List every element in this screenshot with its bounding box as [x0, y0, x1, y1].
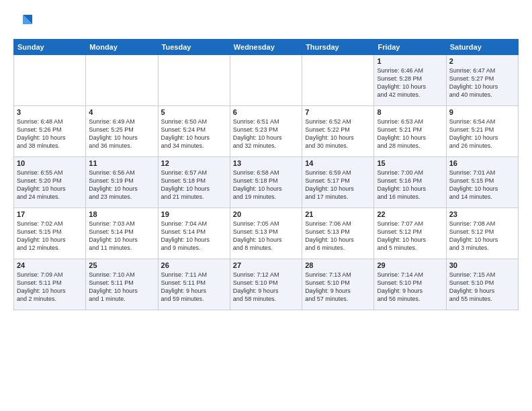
day-number: 10: [17, 159, 83, 167]
day-info: Sunrise: 6:55 AM Sunset: 5:20 PM Dayligh…: [17, 169, 83, 201]
day-info: Sunrise: 7:11 AM Sunset: 5:11 PM Dayligh…: [161, 271, 227, 304]
day-number: 21: [305, 210, 371, 218]
day-info: Sunrise: 6:54 AM Sunset: 5:21 PM Dayligh…: [449, 118, 515, 150]
day-info: Sunrise: 7:02 AM Sunset: 5:15 PM Dayligh…: [17, 220, 83, 253]
day-info: Sunrise: 7:14 AM Sunset: 5:10 PM Dayligh…: [377, 271, 443, 304]
day-header-wednesday: Wednesday: [230, 40, 302, 55]
day-info: Sunrise: 6:52 AM Sunset: 5:22 PM Dayligh…: [305, 118, 371, 150]
day-number: 12: [161, 159, 227, 167]
day-number: 23: [449, 210, 515, 218]
day-number: 24: [17, 261, 83, 269]
day-number: 13: [233, 159, 299, 167]
day-cell: [14, 55, 86, 106]
day-info: Sunrise: 7:03 AM Sunset: 5:14 PM Dayligh…: [89, 220, 154, 253]
day-info: Sunrise: 7:06 AM Sunset: 5:13 PM Dayligh…: [305, 220, 371, 253]
day-number: 19: [161, 210, 227, 218]
day-number: 8: [377, 108, 443, 116]
day-info: Sunrise: 6:47 AM Sunset: 5:27 PM Dayligh…: [449, 66, 515, 99]
day-cell: 29Sunrise: 7:14 AM Sunset: 5:10 PM Dayli…: [374, 259, 446, 310]
day-cell: 23Sunrise: 7:08 AM Sunset: 5:12 PM Dayli…: [446, 208, 518, 259]
day-cell: 19Sunrise: 7:04 AM Sunset: 5:14 PM Dayli…: [158, 208, 230, 259]
week-row-1: 3Sunrise: 6:48 AM Sunset: 5:26 PM Daylig…: [14, 106, 519, 157]
day-cell: 28Sunrise: 7:13 AM Sunset: 5:10 PM Dayli…: [302, 259, 374, 310]
calendar-table: SundayMondayTuesdayWednesdayThursdayFrid…: [13, 39, 519, 310]
day-number: 14: [305, 159, 371, 167]
day-cell: 14Sunrise: 6:59 AM Sunset: 5:17 PM Dayli…: [302, 157, 374, 208]
day-cell: [302, 55, 374, 106]
day-cell: 30Sunrise: 7:15 AM Sunset: 5:10 PM Dayli…: [446, 259, 518, 310]
day-cell: 24Sunrise: 7:09 AM Sunset: 5:11 PM Dayli…: [14, 259, 86, 310]
day-cell: 22Sunrise: 7:07 AM Sunset: 5:12 PM Dayli…: [374, 208, 446, 259]
day-header-monday: Monday: [86, 40, 158, 55]
day-number: 27: [233, 261, 299, 269]
day-info: Sunrise: 6:56 AM Sunset: 5:19 PM Dayligh…: [89, 169, 154, 201]
day-cell: 15Sunrise: 7:00 AM Sunset: 5:16 PM Dayli…: [374, 157, 446, 208]
day-info: Sunrise: 7:08 AM Sunset: 5:12 PM Dayligh…: [449, 220, 515, 253]
day-cell: 13Sunrise: 6:58 AM Sunset: 5:18 PM Dayli…: [230, 157, 302, 208]
day-info: Sunrise: 7:09 AM Sunset: 5:11 PM Dayligh…: [17, 271, 83, 304]
day-info: Sunrise: 7:10 AM Sunset: 5:11 PM Dayligh…: [89, 271, 154, 304]
day-header-tuesday: Tuesday: [158, 40, 230, 55]
day-info: Sunrise: 7:05 AM Sunset: 5:13 PM Dayligh…: [233, 220, 299, 253]
day-info: Sunrise: 7:15 AM Sunset: 5:10 PM Dayligh…: [449, 271, 515, 304]
day-cell: 4Sunrise: 6:49 AM Sunset: 5:25 PM Daylig…: [86, 106, 158, 157]
day-cell: 5Sunrise: 6:50 AM Sunset: 5:24 PM Daylig…: [158, 106, 230, 157]
day-cell: 12Sunrise: 6:57 AM Sunset: 5:18 PM Dayli…: [158, 157, 230, 208]
day-header-saturday: Saturday: [446, 40, 518, 55]
day-cell: 18Sunrise: 7:03 AM Sunset: 5:14 PM Dayli…: [86, 208, 158, 259]
day-info: Sunrise: 7:13 AM Sunset: 5:10 PM Dayligh…: [305, 271, 371, 304]
day-info: Sunrise: 6:50 AM Sunset: 5:24 PM Dayligh…: [161, 118, 227, 150]
day-info: Sunrise: 6:58 AM Sunset: 5:18 PM Dayligh…: [233, 169, 299, 201]
day-header-friday: Friday: [374, 40, 446, 55]
days-header-row: SundayMondayTuesdayWednesdayThursdayFrid…: [14, 40, 519, 55]
day-header-sunday: Sunday: [14, 40, 86, 55]
day-number: 4: [89, 108, 154, 116]
day-number: 5: [161, 108, 227, 116]
day-cell: 20Sunrise: 7:05 AM Sunset: 5:13 PM Dayli…: [230, 208, 302, 259]
day-cell: 8Sunrise: 6:53 AM Sunset: 5:21 PM Daylig…: [374, 106, 446, 157]
day-info: Sunrise: 7:07 AM Sunset: 5:12 PM Dayligh…: [377, 220, 443, 253]
day-info: Sunrise: 6:48 AM Sunset: 5:26 PM Dayligh…: [17, 118, 83, 150]
day-cell: 2Sunrise: 6:47 AM Sunset: 5:27 PM Daylig…: [446, 55, 518, 106]
day-info: Sunrise: 6:53 AM Sunset: 5:21 PM Dayligh…: [377, 118, 443, 150]
week-row-3: 17Sunrise: 7:02 AM Sunset: 5:15 PM Dayli…: [14, 208, 519, 259]
day-cell: 1Sunrise: 6:46 AM Sunset: 5:28 PM Daylig…: [374, 55, 446, 106]
logo: [13, 11, 38, 32]
day-info: Sunrise: 6:46 AM Sunset: 5:28 PM Dayligh…: [377, 66, 443, 99]
day-number: 16: [449, 159, 515, 167]
day-cell: [230, 55, 302, 106]
day-number: 6: [233, 108, 299, 116]
day-info: Sunrise: 6:57 AM Sunset: 5:18 PM Dayligh…: [161, 169, 227, 201]
logo-icon: [13, 11, 35, 32]
day-cell: 26Sunrise: 7:11 AM Sunset: 5:11 PM Dayli…: [158, 259, 230, 310]
week-row-0: 1Sunrise: 6:46 AM Sunset: 5:28 PM Daylig…: [14, 55, 519, 106]
page: SundayMondayTuesdayWednesdayThursdayFrid…: [0, 0, 532, 411]
day-number: 1: [377, 57, 443, 65]
day-number: 17: [17, 210, 83, 218]
day-cell: 10Sunrise: 6:55 AM Sunset: 5:20 PM Dayli…: [14, 157, 86, 208]
day-number: 25: [89, 261, 154, 269]
day-cell: [86, 55, 158, 106]
day-info: Sunrise: 6:51 AM Sunset: 5:23 PM Dayligh…: [233, 118, 299, 150]
day-number: 18: [89, 210, 154, 218]
day-info: Sunrise: 7:12 AM Sunset: 5:10 PM Dayligh…: [233, 271, 299, 304]
day-number: 22: [377, 210, 443, 218]
day-number: 26: [161, 261, 227, 269]
day-cell: 16Sunrise: 7:01 AM Sunset: 5:15 PM Dayli…: [446, 157, 518, 208]
day-info: Sunrise: 6:59 AM Sunset: 5:17 PM Dayligh…: [305, 169, 371, 201]
day-cell: 7Sunrise: 6:52 AM Sunset: 5:22 PM Daylig…: [302, 106, 374, 157]
calendar-header: SundayMondayTuesdayWednesdayThursdayFrid…: [14, 40, 519, 55]
day-number: 28: [305, 261, 371, 269]
day-cell: 21Sunrise: 7:06 AM Sunset: 5:13 PM Dayli…: [302, 208, 374, 259]
calendar-body: 1Sunrise: 6:46 AM Sunset: 5:28 PM Daylig…: [14, 55, 519, 310]
day-info: Sunrise: 6:49 AM Sunset: 5:25 PM Dayligh…: [89, 118, 154, 150]
day-cell: 17Sunrise: 7:02 AM Sunset: 5:15 PM Dayli…: [14, 208, 86, 259]
day-cell: 9Sunrise: 6:54 AM Sunset: 5:21 PM Daylig…: [446, 106, 518, 157]
day-header-thursday: Thursday: [302, 40, 374, 55]
header: [13, 11, 519, 32]
day-cell: [158, 55, 230, 106]
day-cell: 27Sunrise: 7:12 AM Sunset: 5:10 PM Dayli…: [230, 259, 302, 310]
day-number: 29: [377, 261, 443, 269]
day-number: 2: [449, 57, 515, 65]
day-info: Sunrise: 7:01 AM Sunset: 5:15 PM Dayligh…: [449, 169, 515, 201]
